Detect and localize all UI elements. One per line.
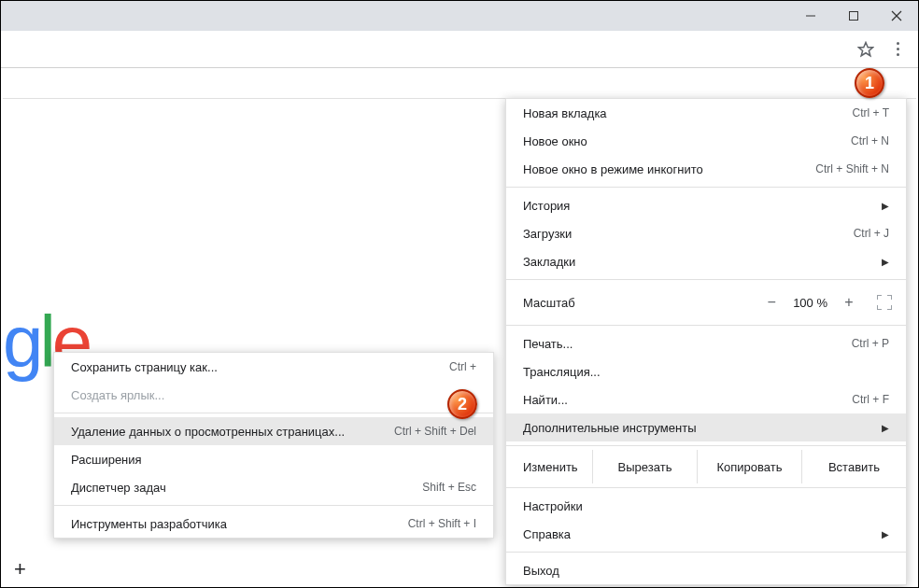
chevron-right-icon: ▶ (882, 201, 889, 211)
menu-more-tools[interactable]: Дополнительные инструменты ▶ (506, 413, 906, 441)
chrome-main-menu: Новая вкладка Ctrl + T Новое окно Ctrl +… (505, 98, 907, 585)
window-titlebar (1, 1, 918, 31)
zoom-value: 100 % (793, 296, 827, 310)
plus-icon[interactable]: + (14, 557, 26, 581)
maximize-button[interactable] (832, 1, 875, 31)
edit-paste-button[interactable]: Вставить (801, 450, 906, 483)
submenu-extensions[interactable]: Расширения (54, 445, 493, 473)
minimize-button[interactable] (789, 1, 832, 31)
annotation-badge-2: 2 (447, 389, 477, 419)
browser-toolbar (1, 31, 918, 68)
more-tools-submenu: Сохранить страницу как... Ctrl + Создать… (53, 352, 494, 539)
annotation-badge-1: 1 (855, 68, 884, 98)
edit-copy-button[interactable]: Копировать (697, 450, 801, 483)
menu-new-tab[interactable]: Новая вкладка Ctrl + T (506, 99, 906, 127)
submenu-developer-tools[interactable]: Инструменты разработчика Ctrl + Shift + … (54, 510, 493, 538)
menu-exit[interactable]: Выход (506, 556, 906, 584)
menu-downloads[interactable]: Загрузки Ctrl + J (506, 219, 906, 247)
chevron-right-icon: ▶ (882, 257, 889, 267)
menu-new-window[interactable]: Новое окно Ctrl + N (506, 127, 906, 155)
fullscreen-icon[interactable] (876, 294, 893, 311)
menu-edit-row: Изменить Вырезать Копировать Вставить (506, 450, 906, 483)
submenu-clear-browsing-data[interactable]: Удаление данных о просмотренных страница… (54, 417, 493, 445)
menu-cast[interactable]: Трансляция... (506, 357, 906, 385)
zoom-in-button[interactable]: + (841, 294, 857, 311)
menu-button[interactable] (884, 36, 911, 63)
menu-find[interactable]: Найти... Ctrl + F (506, 385, 906, 413)
menu-zoom-row: Масштаб − 100 % + (506, 284, 906, 321)
bookmark-star-icon[interactable] (856, 40, 875, 59)
zoom-out-button[interactable]: − (763, 294, 780, 311)
menu-history[interactable]: История ▶ (506, 191, 906, 219)
menu-settings[interactable]: Настройки (506, 492, 906, 520)
menu-help[interactable]: Справка ▶ (506, 520, 906, 548)
svg-rect-1 (850, 12, 858, 21)
edit-cut-button[interactable]: Вырезать (592, 450, 697, 483)
menu-print[interactable]: Печать... Ctrl + P (506, 329, 906, 357)
svg-marker-4 (859, 42, 873, 55)
menu-incognito[interactable]: Новое окно в режиме инкогнито Ctrl + Shi… (506, 155, 906, 183)
menu-bookmarks[interactable]: Закладки ▶ (506, 247, 906, 275)
submenu-save-page-as[interactable]: Сохранить страницу как... Ctrl + (54, 353, 493, 381)
submenu-task-manager[interactable]: Диспетчер задач Shift + Esc (54, 473, 493, 501)
submenu-create-shortcut: Создать ярлык... (54, 381, 493, 409)
chevron-right-icon: ▶ (882, 423, 889, 433)
chevron-right-icon: ▶ (882, 529, 889, 539)
close-window-button[interactable] (875, 1, 918, 31)
